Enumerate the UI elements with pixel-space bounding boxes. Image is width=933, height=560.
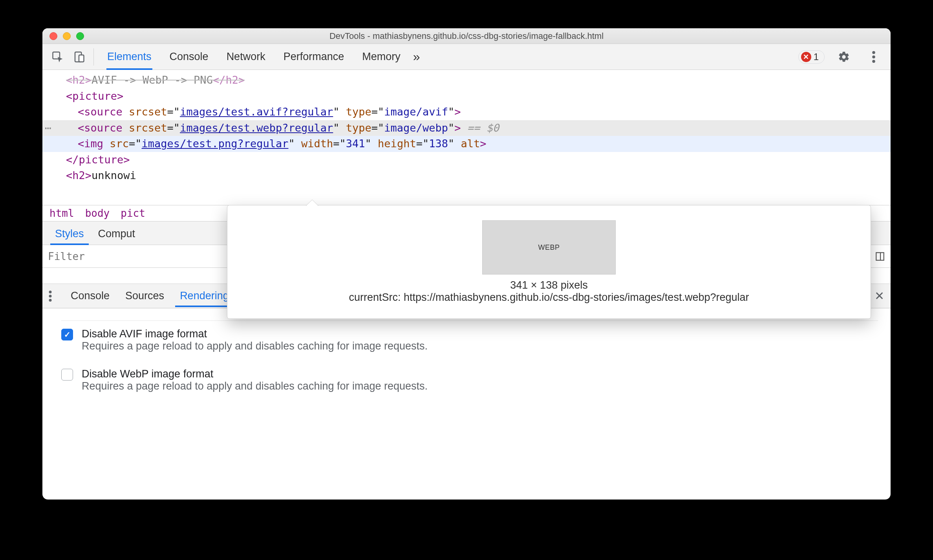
option-description: Requires a page reload to apply and disa…	[82, 380, 428, 392]
close-drawer-icon[interactable]: ✕	[874, 289, 884, 303]
error-count-badge[interactable]: ✕ 1	[798, 50, 825, 64]
option-disable-avif: ✓ Disable AVIF image format Requires a p…	[61, 328, 878, 352]
tab-styles[interactable]: Styles	[48, 223, 91, 245]
devtools-window: DevTools - mathiasbynens.github.io/css-d…	[42, 28, 891, 500]
dom-row[interactable]: <source srcset="images/test.avif?regular…	[42, 104, 891, 120]
tab-console[interactable]: Console	[169, 45, 209, 68]
settings-icon[interactable]	[833, 46, 854, 68]
more-tabs-icon[interactable]: »	[413, 49, 420, 64]
filter-input[interactable]	[48, 251, 180, 262]
image-currentsrc: currentSrc: https://mathiasbynens.github…	[349, 291, 749, 304]
error-count: 1	[814, 51, 819, 62]
tab-network[interactable]: Network	[226, 45, 266, 68]
dom-row-hovered[interactable]: <source srcset="images/test.webp?regular…	[42, 120, 891, 136]
rendering-panel: ✓ Disable AVIF image format Requires a p…	[42, 308, 891, 439]
styles-panel-menu-icon[interactable]	[875, 251, 885, 262]
device-toolbar-icon[interactable]	[68, 46, 90, 68]
svg-point-7	[49, 291, 52, 293]
svg-point-3	[872, 51, 875, 54]
image-dimensions: 341 × 138 pixels	[510, 279, 587, 291]
main-toolbar: Elements Console Network Performance Mem…	[42, 44, 891, 70]
image-preview-tooltip: WEBP 341 × 138 pixels currentSrc: https:…	[227, 205, 871, 319]
dom-row-selected[interactable]: <img src="images/test.png?regular" width…	[42, 136, 891, 152]
svg-point-4	[872, 55, 875, 59]
svg-point-5	[872, 60, 875, 63]
drawer-tab-sources[interactable]: Sources	[117, 285, 172, 307]
tab-performance[interactable]: Performance	[283, 45, 345, 68]
tab-elements[interactable]: Elements	[106, 45, 152, 68]
option-description: Requires a page reload to apply and disa…	[82, 340, 428, 352]
panel-tabs: Elements Console Network Performance Mem…	[106, 45, 401, 68]
more-options-icon[interactable]	[863, 46, 884, 68]
tab-computed[interactable]: Comput	[91, 223, 143, 245]
checkbox-disable-webp[interactable]	[61, 369, 73, 381]
option-label: Disable WebP image format	[82, 368, 428, 380]
dom-row[interactable]: <picture>	[42, 88, 891, 104]
dom-row[interactable]: <h2>AVIF -> WebP -> PNG</h2>	[42, 72, 891, 88]
error-icon: ✕	[801, 52, 811, 62]
titlebar: DevTools - mathiasbynens.github.io/css-d…	[42, 28, 891, 44]
drawer-more-icon[interactable]	[49, 291, 52, 302]
dom-row[interactable]: </picture>	[42, 152, 891, 168]
svg-rect-2	[79, 55, 84, 62]
drawer-tab-console[interactable]: Console	[63, 285, 117, 307]
checkbox-disable-avif[interactable]: ✓	[61, 329, 73, 340]
dom-row[interactable]: <h2>unknowi	[42, 168, 891, 184]
breadcrumb-item[interactable]: html	[49, 207, 74, 219]
svg-point-8	[49, 295, 52, 297]
inspect-element-icon[interactable]	[47, 46, 68, 68]
tab-memory[interactable]: Memory	[361, 45, 401, 68]
image-preview-thumb: WEBP	[482, 220, 616, 275]
option-label: Disable AVIF image format	[82, 328, 428, 340]
option-disable-webp: Disable WebP image format Requires a pag…	[61, 368, 878, 392]
breadcrumb-item[interactable]: pict	[121, 207, 145, 219]
svg-point-9	[49, 299, 52, 302]
window-title: DevTools - mathiasbynens.github.io/css-d…	[42, 31, 891, 41]
breadcrumb-item[interactable]: body	[85, 207, 110, 219]
elements-dom-tree[interactable]: <h2>AVIF -> WebP -> PNG</h2> <picture> <…	[42, 70, 891, 205]
